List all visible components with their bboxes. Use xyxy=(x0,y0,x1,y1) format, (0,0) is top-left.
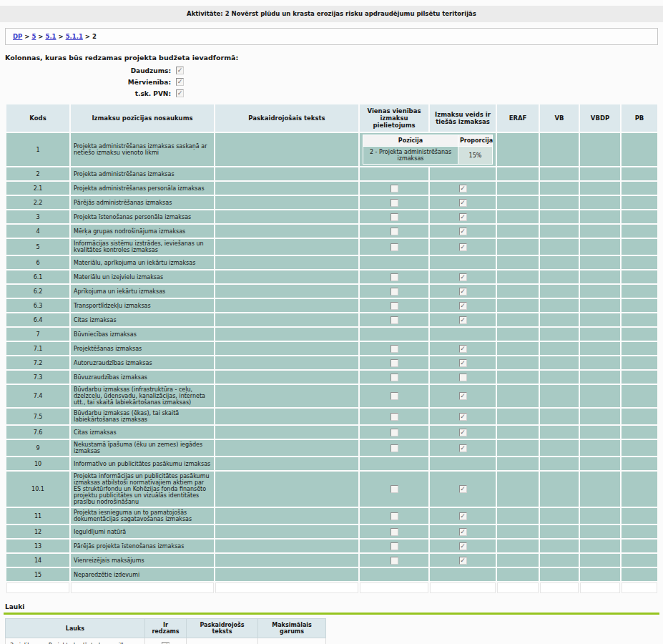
name-cell: Būvuzraudzības izmaksas xyxy=(71,371,214,384)
breadcrumb-separator: > xyxy=(85,33,90,40)
pask-cell xyxy=(215,409,358,424)
eraf-cell xyxy=(497,472,539,507)
kods-cell: 2.2 xyxy=(6,196,69,209)
direct-cost-checkbox xyxy=(459,374,467,381)
tsk-pvn-label: t.sk. PVN: xyxy=(5,90,176,97)
name-cell: Projekta administrēšanas personāla izmak… xyxy=(71,182,214,195)
name-cell: Transportlīdzekļu izmaksas xyxy=(71,299,214,312)
vbdp-cell xyxy=(580,210,620,223)
unit-cb-cell xyxy=(360,457,428,470)
unit-cb-cell xyxy=(360,582,428,593)
proporcija-value: 15% xyxy=(458,147,492,164)
unit-cost-checkbox xyxy=(391,199,398,207)
unit-cb-cell xyxy=(360,285,428,298)
breadcrumb-link-dp[interactable]: DP xyxy=(13,33,22,40)
kods-cell: 6 xyxy=(6,256,69,269)
name-cell: Projekta administrēšanas izmaksas xyxy=(71,167,214,180)
name-cell: Informatīvo un publicitātes pasākumu izm… xyxy=(71,457,214,470)
vbdp-cell xyxy=(580,182,620,195)
vbdp-cell xyxy=(580,582,620,593)
pask-cell xyxy=(215,167,358,180)
direct-cost-checkbox xyxy=(459,243,467,251)
unit-cb-cell xyxy=(360,371,428,384)
direct-cost-checkbox xyxy=(459,542,467,550)
unit-cb-cell xyxy=(360,239,428,255)
vb-cell xyxy=(540,554,579,567)
unit-cost-checkbox xyxy=(391,485,398,493)
direct-cb-cell xyxy=(430,582,496,593)
pask-cell xyxy=(215,440,358,456)
tsk-pvn-checkbox xyxy=(176,89,184,97)
table-row: 2.1Projekta administrēšanas personāla iz… xyxy=(6,182,657,195)
pask-cell xyxy=(187,638,258,644)
direct-cb-cell xyxy=(430,239,496,255)
pask-cell xyxy=(215,133,358,166)
vbdp-cell xyxy=(580,299,620,312)
direct-cb-cell xyxy=(430,385,496,407)
direct-cb-cell xyxy=(430,440,496,456)
vb-cell xyxy=(540,210,579,223)
unit-cost-checkbox xyxy=(391,557,398,565)
budget-positions-table: Kods Izmaksu pozīcijas nosaukums Paskaid… xyxy=(5,103,659,595)
pb-cell xyxy=(622,342,657,355)
kods-cell: 7.2 xyxy=(6,356,69,369)
kods-cell: 10.1 xyxy=(6,472,69,507)
pask-cell xyxy=(215,225,358,238)
table-row: 2Projekta administrēšanas izmaksas xyxy=(6,167,657,180)
ir-redzams-checkbox xyxy=(162,642,170,644)
visible-columns-title: Kolonnas, kuras būs redzamas projekta bu… xyxy=(5,54,658,62)
eraf-cell xyxy=(497,285,539,298)
name-cell: Būvdarbu izmaksas (ēkas), tai skaitā lab… xyxy=(71,409,214,424)
name-cell: Projekta iesnieguma un to pamatojošās do… xyxy=(71,508,214,524)
kods-cell: 3 xyxy=(6,210,69,223)
direct-cost-checkbox xyxy=(459,512,467,520)
eraf-cell xyxy=(497,440,539,456)
pask-cell xyxy=(215,313,358,326)
pask-cell xyxy=(215,525,358,538)
name-cell: Materiālu un izejvielu izmaksas xyxy=(71,270,214,283)
direct-cost-checkbox xyxy=(459,485,467,493)
table-row: 2.2Pārējās administrēšanas izmaksas xyxy=(6,196,657,209)
direct-cb-cell xyxy=(430,508,496,524)
breadcrumb-link-5-1-1[interactable]: 5.1.1 xyxy=(66,33,83,40)
name-cell: Materiālu, aprīkojuma un iekārtu izmaksa… xyxy=(71,256,214,269)
col-header-eraf: ERAF xyxy=(497,104,539,132)
table-row: 6.3Transportlīdzekļu izmaksas xyxy=(6,299,657,312)
header-bar: Aktivitāte: 2 Novērst plūdu un krasta er… xyxy=(0,6,663,22)
direct-cost-checkbox xyxy=(459,444,467,452)
pask-cell xyxy=(215,182,358,195)
mervieniba-label: Mērvienība: xyxy=(5,79,176,86)
direct-cost-checkbox xyxy=(459,557,467,565)
vbdp-cell xyxy=(580,313,620,326)
mervieniba-row: Mērvienība: xyxy=(5,78,658,86)
vb-cell xyxy=(540,540,579,552)
eraf-cell xyxy=(497,167,539,180)
direct-cb-cell xyxy=(430,342,496,355)
direct-cost-checkbox xyxy=(459,316,467,324)
eraf-cell xyxy=(497,426,539,439)
unit-cb-cell xyxy=(360,196,428,209)
unit-cost-checkbox xyxy=(391,528,398,536)
lauki-col-ir-redzams: Ir redzams xyxy=(145,619,187,638)
col-header-vienas-vienibas: Vienas vienības izmaksu pielietojums xyxy=(360,104,428,132)
breadcrumb-link-5[interactable]: 5 xyxy=(31,33,36,40)
kods-cell: 7.6 xyxy=(6,426,69,439)
table-row: 6Materiālu, aprīkojuma un iekārtu izmaks… xyxy=(6,256,657,269)
kods-cell: 6.2 xyxy=(6,285,69,298)
vbdp-cell xyxy=(580,440,620,456)
vbdp-cell xyxy=(580,342,620,355)
pb-cell xyxy=(622,285,657,298)
unit-cost-checkbox xyxy=(391,413,398,421)
direct-cb-cell xyxy=(430,225,496,238)
unit-cost-checkbox xyxy=(391,302,398,310)
unit-cb-cell xyxy=(360,554,428,567)
breadcrumb-link-5-1[interactable]: 5.1 xyxy=(45,33,56,40)
direct-cb-cell xyxy=(430,328,496,341)
pb-cell xyxy=(622,270,657,283)
table-header-row: Kods Izmaksu pozīcijas nosaukums Paskaid… xyxy=(6,104,657,132)
unit-cost-checkbox xyxy=(391,228,398,235)
vb-cell xyxy=(540,568,579,581)
name-cell: Pārējās projekta īstenošanas izmaksas xyxy=(71,540,214,552)
vb-cell xyxy=(540,426,579,439)
kods-cell: 10 xyxy=(6,457,69,470)
